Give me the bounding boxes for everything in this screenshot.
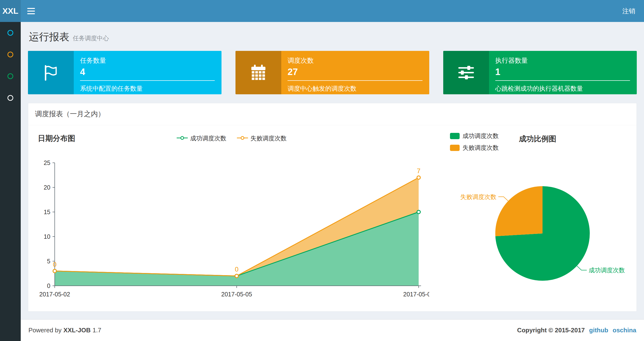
stats-row: 任务数量 4 系统中配置的任务数量 调 xyxy=(28,51,637,94)
sidebar-item-4[interactable] xyxy=(0,87,21,109)
legend-item-fail[interactable]: 失败调度次数 xyxy=(450,144,499,152)
pie-chart-canvas: 成功调度次数失败调度次数 xyxy=(429,156,633,292)
powered-by-text: Powered by xyxy=(28,326,62,334)
report-panel: 调度报表（一月之内） 日期分布图 成功调度次数 xyxy=(28,103,637,311)
hamburger-icon xyxy=(27,8,35,9)
sidebar-item-3[interactable] xyxy=(0,65,21,87)
page-title: 运行报表 xyxy=(29,31,70,43)
page-header: 运行报表任务调度中心 xyxy=(29,30,637,44)
swatch-icon xyxy=(450,145,460,151)
flag-icon xyxy=(28,51,74,94)
content-area: 运行报表任务调度中心 任务数量 4 系统中配置的任务数量 xyxy=(21,22,644,319)
svg-text:20: 20 xyxy=(44,184,50,191)
success-ratio-chart: 成功调度次数 失败调度次数 成功比例图 成功调度次数失败调度次数 xyxy=(429,131,633,304)
logo[interactable]: XXL xyxy=(0,0,21,22)
logout-link[interactable]: 注销 xyxy=(614,0,644,22)
svg-text:5: 5 xyxy=(47,258,50,264)
circle-icon xyxy=(8,30,13,36)
stat-box-triggers: 调度次数 27 调度中心触发的调度次数 xyxy=(236,51,429,94)
date-distribution-chart: 日期分布图 成功调度次数 xyxy=(34,131,429,304)
legend-item-success[interactable]: 成功调度次数 xyxy=(177,134,226,142)
panel-title: 调度报表（一月之内） xyxy=(28,103,636,125)
page-subtitle: 任务调度中心 xyxy=(73,35,109,42)
swatch-icon xyxy=(450,133,460,139)
stat-label: 调度次数 xyxy=(288,56,422,65)
svg-text:7: 7 xyxy=(417,167,420,175)
line-chart-title: 日期分布图 xyxy=(38,133,75,144)
line-legend-icon xyxy=(237,136,248,141)
circle-icon xyxy=(8,73,13,79)
svg-text:成功调度次数: 成功调度次数 xyxy=(589,267,625,273)
stat-label: 执行器数量 xyxy=(495,56,630,65)
sliders-icon xyxy=(443,51,489,94)
version-text: 1.7 xyxy=(92,326,101,334)
svg-text:10: 10 xyxy=(44,233,50,240)
stat-box-jobs: 任务数量 4 系统中配置的任务数量 xyxy=(28,51,222,94)
line-legend-icon xyxy=(177,136,188,141)
stat-desc: 调度中心触发的调度次数 xyxy=(288,80,422,93)
stat-value: 1 xyxy=(495,67,630,77)
circle-icon xyxy=(8,52,13,57)
copyright-text: Copyright © 2015-2017 xyxy=(517,326,585,334)
svg-text:2017-05-08: 2017-05-08 xyxy=(403,291,429,297)
stat-label: 任务数量 xyxy=(80,56,215,65)
svg-text:0: 0 xyxy=(47,282,50,289)
sidebar-item-1[interactable] xyxy=(0,22,21,44)
svg-text:2017-05-05: 2017-05-05 xyxy=(221,291,252,297)
svg-text:0: 0 xyxy=(53,261,56,268)
svg-text:失败调度次数: 失败调度次数 xyxy=(460,193,496,200)
top-navbar: XXL 注销 xyxy=(0,0,644,22)
logo-text: XXL xyxy=(2,6,18,16)
stat-value: 27 xyxy=(288,67,422,77)
svg-text:25: 25 xyxy=(44,159,50,166)
pie-chart-title: 成功比例图 xyxy=(519,134,556,144)
footer: Powered by XXL-JOB 1.7 Copyright © 2015-… xyxy=(21,319,644,341)
line-chart-canvas: 05101520252017-05-022017-05-052017-05-08… xyxy=(34,149,429,304)
legend-item-success[interactable]: 成功调度次数 xyxy=(450,132,499,140)
svg-text:15: 15 xyxy=(44,209,50,215)
pie-chart-legend: 成功调度次数 失败调度次数 xyxy=(450,132,499,152)
svg-text:0: 0 xyxy=(235,266,238,273)
stat-desc: 系统中配置的任务数量 xyxy=(80,80,215,93)
stat-box-executors: 执行器数量 1 心跳检测成功的执行器机器数量 xyxy=(443,51,637,94)
brand-text: XXL-JOB xyxy=(64,326,90,334)
stat-desc: 心跳检测成功的执行器机器数量 xyxy=(495,80,630,93)
calendar-icon xyxy=(236,51,281,94)
svg-text:2017-05-02: 2017-05-02 xyxy=(39,291,70,297)
line-chart-legend: 成功调度次数 失败调度次数 xyxy=(177,134,286,142)
legend-item-fail[interactable]: 失败调度次数 xyxy=(237,134,286,142)
oschina-link[interactable]: oschina xyxy=(613,326,636,334)
sidebar-toggle-button[interactable] xyxy=(21,0,42,22)
sidebar xyxy=(0,22,21,341)
stat-value: 4 xyxy=(80,67,215,77)
github-link[interactable]: github xyxy=(589,326,608,334)
sidebar-item-2[interactable] xyxy=(0,44,21,65)
circle-icon xyxy=(8,95,13,101)
